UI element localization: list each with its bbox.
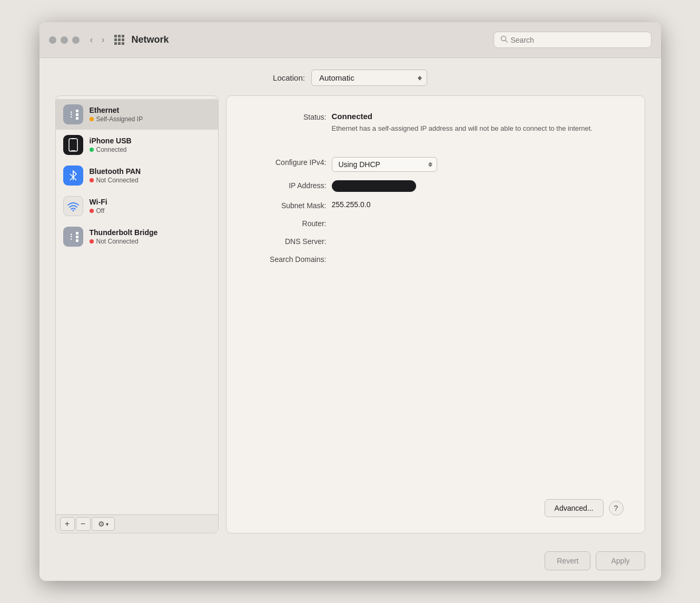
iphone-usb-status-dot — [90, 148, 94, 152]
sidebar-item-wifi[interactable]: Wi-Fi Off — [56, 191, 218, 221]
sidebar-item-ethernet[interactable]: ⋮ Ethernet Self-Assigned IP — [56, 99, 218, 130]
window-buttons — [49, 36, 80, 44]
thunderbolt-bridge-status-text: Not Connected — [96, 238, 139, 245]
bluetooth-pan-status: Not Connected — [90, 177, 141, 184]
svg-point-8 — [72, 210, 74, 211]
configure-ipv4-select[interactable]: Using DHCP Manually Using BootP Off — [332, 157, 437, 172]
chevron-down-icon: ▾ — [106, 521, 109, 527]
configure-select-wrapper: Using DHCP Manually Using BootP Off — [332, 157, 437, 172]
footer: Revert Apply — [40, 544, 661, 581]
sidebar: ⋮ Ethernet Self-Assigned IP — [55, 95, 219, 533]
network-preferences-window: ‹ › Network Location: — [40, 22, 661, 581]
location-select-wrapper: Automatic Home Work Edit Locations... — [311, 70, 427, 86]
grid-dot — [114, 42, 117, 45]
arrow-left-icon: ⋮ — [67, 110, 75, 119]
titlebar: ‹ › Network — [40, 22, 661, 58]
location-bar: Location: Automatic Home Work Edit Locat… — [40, 58, 661, 95]
bluetooth-pan-status-dot — [90, 178, 94, 182]
forward-button[interactable]: › — [98, 32, 108, 47]
configure-ipv4-label: Configure IPv4: — [248, 157, 332, 167]
search-icon — [500, 35, 508, 44]
bluetooth-pan-status-text: Not Connected — [96, 177, 139, 184]
sidebar-list: ⋮ Ethernet Self-Assigned IP — [56, 96, 218, 514]
location-select[interactable]: Automatic Home Work Edit Locations... — [311, 70, 427, 86]
dns-server-row: DNS Server: — [248, 236, 624, 246]
ethernet-status: Self-Assigned IP — [90, 115, 143, 123]
iphone-usb-info: iPhone USB Connected — [90, 137, 132, 153]
search-bar[interactable] — [494, 32, 652, 48]
status-section: Status: Connected Ethernet has a self-as… — [248, 112, 624, 142]
sidebar-item-thunderbolt-bridge[interactable]: ⋮ Thunderbolt Bridge Not Conne — [56, 221, 218, 252]
subnet-mask-value: 255.255.0.0 — [332, 200, 624, 209]
ip-address-label: IP Address: — [248, 180, 332, 190]
minimize-button[interactable] — [61, 36, 68, 44]
ethernet-status-dot — [90, 117, 94, 121]
wifi-status-dot — [90, 209, 94, 213]
nav-buttons: ‹ › — [87, 32, 108, 47]
status-label: Status: — [248, 112, 332, 121]
search-input[interactable] — [511, 36, 645, 44]
router-row: Router: — [248, 218, 624, 228]
wifi-name: Wi-Fi — [90, 198, 107, 206]
status-value-container: Connected Ethernet has a self-assigned I… — [332, 112, 593, 134]
iphone-usb-status-text: Connected — [96, 146, 127, 153]
grid-dot — [114, 38, 117, 41]
add-network-button[interactable]: + — [60, 517, 75, 531]
apply-button[interactable]: Apply — [596, 551, 645, 570]
subnet-mask-row: Subnet Mask: 255.255.0.0 — [248, 200, 624, 210]
advanced-button[interactable]: Advanced... — [545, 499, 604, 517]
sidebar-item-bluetooth-pan[interactable]: Bluetooth PAN Not Connected — [56, 160, 218, 191]
iphone-usb-status: Connected — [90, 146, 132, 153]
close-button[interactable] — [49, 36, 56, 44]
detail-spacer — [248, 272, 624, 500]
location-label: Location: — [273, 73, 305, 82]
remove-network-button[interactable]: − — [76, 517, 91, 531]
bluetooth-pan-name: Bluetooth PAN — [90, 167, 141, 176]
bluetooth-pan-info: Bluetooth PAN Not Connected — [90, 167, 141, 184]
subnet-mask-label: Subnet Mask: — [248, 200, 332, 210]
svg-rect-4 — [72, 138, 75, 139]
detail-bottom: Advanced... ? — [248, 499, 624, 517]
ip-address-redacted — [332, 180, 416, 192]
thunderbolt-bridge-status-dot — [90, 239, 94, 244]
bluetooth-icon — [63, 166, 83, 186]
svg-line-6 — [70, 177, 73, 180]
network-actions-button[interactable]: ⚙ ▾ — [92, 517, 115, 531]
help-button[interactable]: ? — [609, 501, 624, 516]
main-content: ⋮ Ethernet Self-Assigned IP — [40, 95, 661, 544]
svg-rect-2 — [69, 139, 77, 151]
search-domains-label: Search Domains: — [248, 254, 332, 264]
thunderbolt-bridge-name: Thunderbolt Bridge — [90, 228, 158, 237]
grid-icon[interactable] — [114, 35, 124, 45]
thunderbolt-bridge-status: Not Connected — [90, 238, 158, 245]
wifi-status-text: Off — [96, 207, 105, 215]
sidebar-item-iphone-usb[interactable]: iPhone USB Connected — [56, 130, 218, 160]
revert-button[interactable]: Revert — [545, 551, 590, 570]
detail-panel: Status: Connected Ethernet has a self-as… — [226, 95, 645, 533]
configure-ipv4-row: Configure IPv4: Using DHCP Manually Usin… — [248, 157, 624, 172]
grid-dot — [122, 35, 124, 37]
page-title: Network — [132, 34, 494, 45]
svg-rect-3 — [71, 150, 75, 151]
thunderbolt-icon: ⋮ — [63, 227, 83, 247]
wifi-info: Wi-Fi Off — [90, 198, 107, 215]
router-label: Router: — [248, 218, 332, 228]
dns-server-label: DNS Server: — [248, 236, 332, 246]
iphone-icon — [63, 135, 83, 155]
ethernet-name: Ethernet — [90, 106, 143, 114]
iphone-usb-name: iPhone USB — [90, 137, 132, 145]
ethernet-status-text: Self-Assigned IP — [96, 115, 143, 123]
grid-dot — [114, 35, 117, 37]
search-domains-row: Search Domains: — [248, 254, 624, 264]
status-description: Ethernet has a self-assigned IP address … — [332, 123, 593, 134]
wifi-icon — [63, 196, 83, 216]
grid-dot — [118, 38, 121, 41]
grid-dot — [122, 42, 124, 45]
svg-line-5 — [70, 174, 73, 177]
thunderbolt-arrow-icon: ⋮ — [67, 232, 75, 241]
maximize-button[interactable] — [72, 36, 80, 44]
svg-line-1 — [505, 41, 507, 43]
grid-dot — [122, 38, 124, 41]
back-button[interactable]: ‹ — [87, 32, 96, 47]
ethernet-icon: ⋮ — [63, 104, 83, 124]
